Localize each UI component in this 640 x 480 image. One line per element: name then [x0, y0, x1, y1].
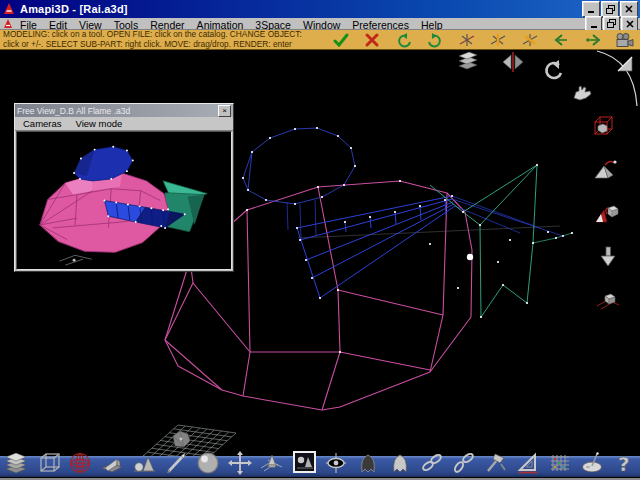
shaded-fish-preview: [17, 132, 231, 269]
swap-object-icon[interactable]: [593, 202, 619, 228]
chain-link-icon[interactable]: [419, 450, 445, 476]
info-bar: MODELING: click on a tool. OPEN FILE: cl…: [0, 30, 640, 50]
red-wire-sphere-icon[interactable]: [67, 450, 93, 476]
mdi-close-button[interactable]: [621, 16, 638, 31]
help-icon[interactable]: ?: [611, 450, 637, 476]
vertex-dots: [243, 128, 572, 352]
grab-hand-icon[interactable]: [570, 82, 596, 108]
axes-diagonal-icon[interactable]: [519, 31, 541, 49]
palette-pen-icon[interactable]: [579, 450, 605, 476]
color-grid-icon[interactable]: [547, 450, 573, 476]
hint-line-2: click or +/-. SELECT SUB-PART: right cli…: [3, 40, 325, 50]
restore-button[interactable]: [601, 1, 619, 17]
free-view-canvas[interactable]: [16, 131, 232, 270]
axes-vertical-icon[interactable]: [487, 31, 509, 49]
drop-down-icon[interactable]: [595, 244, 621, 270]
arrow-prev-icon[interactable]: [550, 31, 572, 49]
sheet-stack-icon[interactable]: [455, 50, 481, 76]
cone-on-grid-icon[interactable]: [259, 450, 285, 476]
tail-wireframe: [430, 165, 572, 317]
free-view-menu-viewmode[interactable]: View mode: [76, 118, 123, 129]
move-cross-icon[interactable]: [227, 450, 253, 476]
ghost-dark-icon[interactable]: [355, 450, 381, 476]
bounding-cube-icon[interactable]: [589, 113, 615, 139]
hint-text: MODELING: click on a tool. OPEN FILE: cl…: [0, 30, 325, 49]
command-tools: [325, 30, 640, 49]
render-sphere-icon[interactable]: [195, 450, 221, 476]
bottom-toolbar: [0, 456, 640, 477]
menu-preferences[interactable]: Preferences: [346, 19, 415, 31]
svg-text:?: ?: [618, 452, 630, 476]
layer-stack-icon[interactable]: [3, 450, 29, 476]
rotate-view-icon[interactable]: [540, 58, 566, 84]
document-logo-icon: [2, 18, 14, 29]
free-view-menu-cameras[interactable]: Cameras: [23, 118, 62, 129]
arrow-next-icon[interactable]: [582, 31, 604, 49]
corner-pointer-icon[interactable]: [612, 51, 638, 77]
close-button[interactable]: [620, 1, 638, 17]
cancel-x-icon[interactable]: [361, 31, 383, 49]
selected-vertex-dot[interactable]: [467, 254, 473, 260]
sphere-and-cone-icon[interactable]: [131, 450, 157, 476]
rotate-object-icon[interactable]: [591, 157, 617, 183]
app-window: Amapi3D - [Rai.a3d] FileEditViewToolsRen…: [0, 0, 640, 480]
minimize-button[interactable]: [582, 1, 600, 17]
free-view-title-bar[interactable]: Free View_D.B All Flame .a3d ×: [15, 104, 233, 117]
viewport-3d[interactable]: Free View_D.B All Flame .a3d × Cameras V…: [0, 50, 640, 477]
mirror-icon[interactable]: [500, 50, 526, 76]
free-view-close-button[interactable]: ×: [218, 105, 231, 117]
pen-icon[interactable]: [163, 450, 189, 476]
mdi-minimize-button[interactable]: [585, 16, 602, 31]
chain-link-alt-icon[interactable]: [451, 450, 477, 476]
free-view-title: Free View_D.B All Flame .a3d: [17, 106, 218, 116]
confirm-check-icon[interactable]: [330, 31, 352, 49]
redo-icon[interactable]: [424, 31, 446, 49]
free-view-menu-bar: Cameras View mode: [15, 117, 233, 131]
hammer-icon[interactable]: [483, 450, 509, 476]
axes-plain-icon[interactable]: [456, 31, 478, 49]
eye-target-icon[interactable]: [323, 450, 349, 476]
object-on-grid-icon[interactable]: [595, 287, 621, 313]
wireframe-cube-icon[interactable]: [37, 450, 63, 476]
free-view-window[interactable]: Free View_D.B All Flame .a3d × Cameras V…: [14, 103, 234, 272]
set-square-icon[interactable]: [515, 450, 541, 476]
framed-scene-icon[interactable]: [293, 451, 316, 473]
window-title: Amapi3D - [Rai.a3d]: [20, 3, 582, 15]
camera-icon[interactable]: [613, 31, 635, 49]
mdi-restore-button[interactable]: [603, 16, 620, 31]
wedge-icon[interactable]: [99, 450, 125, 476]
menu-window[interactable]: Window: [297, 19, 346, 31]
menu-help[interactable]: Help: [415, 19, 449, 31]
side-fin-wireframe: [287, 196, 563, 298]
ghost-light-icon[interactable]: [387, 450, 413, 476]
undo-icon[interactable]: [393, 31, 415, 49]
construction-line: [298, 226, 560, 238]
